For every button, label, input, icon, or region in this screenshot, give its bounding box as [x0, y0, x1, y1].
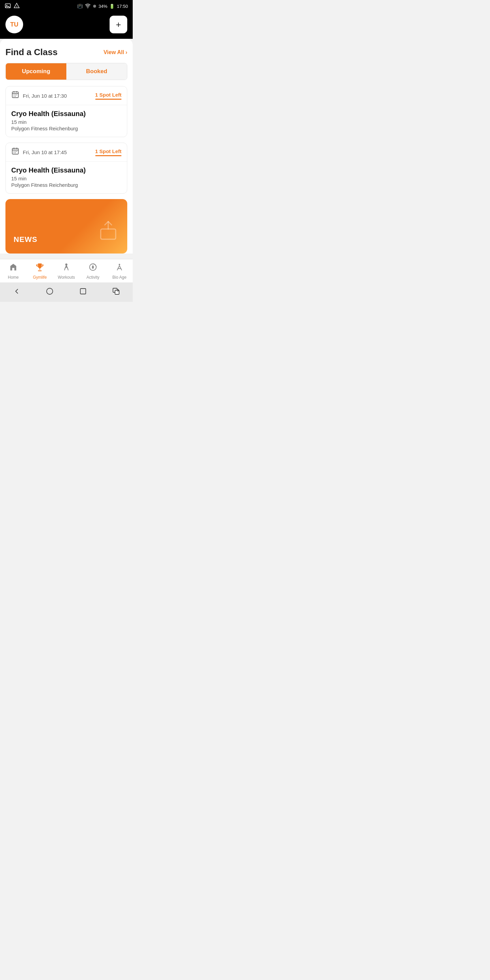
- back-button[interactable]: [13, 287, 21, 297]
- class-tabs: Upcoming Booked: [5, 63, 127, 80]
- view-all-link[interactable]: View All ›: [103, 49, 127, 56]
- spots-left-1: 1 Spot Left: [95, 92, 122, 100]
- nav-label-bioage: Bio Age: [112, 275, 126, 280]
- class-location-1: Polygon Fitness Reichenburg: [11, 126, 121, 131]
- svg-point-26: [119, 264, 120, 265]
- nav-label-workouts: Workouts: [58, 275, 75, 280]
- nav-label-activity: Activity: [86, 275, 99, 280]
- nav-item-bioage[interactable]: Bio Age: [109, 263, 130, 280]
- home-icon: [9, 263, 18, 274]
- top-bar: TU +: [0, 12, 133, 39]
- date-text-2: Fri, Jun 10 at 17:45: [23, 150, 67, 155]
- trophy-icon: [35, 263, 44, 274]
- card-date-2: Fri, Jun 10 at 17:45: [11, 147, 67, 157]
- image-icon: [5, 3, 11, 10]
- recents-button[interactable]: [79, 287, 87, 297]
- switch-button[interactable]: [112, 287, 120, 297]
- home-button[interactable]: [46, 287, 54, 297]
- tab-upcoming[interactable]: Upcoming: [6, 63, 66, 80]
- nav-item-activity[interactable]: Activity: [83, 263, 103, 280]
- section-title: Find a Class: [5, 47, 57, 57]
- class-card-2[interactable]: Fri, Jun 10 at 17:45 1 Spot Left Cryo He…: [5, 143, 127, 194]
- card-body-2: Cryo Health (Eissauna) 15 min Polygon Fi…: [6, 162, 127, 193]
- nav-item-workouts[interactable]: Workouts: [56, 263, 76, 280]
- calendar-icon-2: [11, 147, 19, 157]
- calendar-icon-1: [11, 91, 19, 101]
- nav-item-gymlife[interactable]: Gymlife: [30, 263, 50, 280]
- class-name-2: Cryo Health (Eissauna): [11, 166, 121, 174]
- news-label: NEWS: [14, 235, 37, 244]
- battery-x-icon: ⊗: [93, 4, 96, 8]
- battery-icon: 🔋: [109, 4, 115, 9]
- main-content: Find a Class View All › Upcoming Booked: [0, 39, 133, 253]
- activity-icon: [89, 263, 97, 274]
- spots-underline-1: [95, 99, 122, 100]
- user-avatar[interactable]: TU: [5, 16, 23, 33]
- add-button[interactable]: +: [110, 16, 127, 33]
- tab-booked[interactable]: Booked: [66, 63, 127, 80]
- svg-text:!: !: [16, 5, 18, 8]
- class-name-1: Cryo Health (Eissauna): [11, 110, 121, 118]
- battery-percent: 34%: [98, 4, 107, 9]
- svg-marker-25: [92, 266, 94, 269]
- time-display: 17:50: [117, 4, 128, 9]
- class-duration-2: 15 min: [11, 176, 121, 181]
- spots-left-2: 1 Spot Left: [95, 148, 122, 156]
- nav-label-home: Home: [8, 275, 19, 280]
- class-card-1[interactable]: Fri, Jun 10 at 17:30 1 Spot Left Cryo He…: [5, 86, 127, 137]
- class-location-2: Polygon Fitness Reichenburg: [11, 182, 121, 188]
- card-header-1: Fri, Jun 10 at 17:30 1 Spot Left: [6, 86, 127, 105]
- bottom-nav: Home Gymlife Workouts: [0, 259, 133, 282]
- svg-point-1: [6, 5, 8, 6]
- card-header-2: Fri, Jun 10 at 17:45 1 Spot Left: [6, 143, 127, 162]
- warning-icon: !: [14, 3, 20, 10]
- date-text-1: Fri, Jun 10 at 17:30: [23, 93, 67, 99]
- chevron-right-icon: ›: [126, 49, 127, 56]
- wifi-icon: [85, 3, 91, 9]
- card-body-1: Cryo Health (Eissauna) 15 min Polygon Fi…: [6, 105, 127, 137]
- status-left-icons: !: [5, 3, 20, 10]
- section-header: Find a Class View All ›: [5, 47, 127, 57]
- workout-icon: [62, 263, 71, 274]
- svg-point-27: [47, 288, 53, 294]
- news-banner[interactable]: NEWS: [5, 199, 127, 253]
- bioage-icon: [115, 263, 124, 274]
- nav-label-gymlife: Gymlife: [33, 275, 47, 280]
- status-right-info: 📳 ⊗ 34% 🔋 17:50: [77, 3, 128, 9]
- spots-underline-2: [95, 155, 122, 156]
- nav-item-home[interactable]: Home: [3, 263, 24, 280]
- svg-rect-22: [101, 229, 116, 239]
- class-duration-1: 15 min: [11, 119, 121, 125]
- status-bar: ! 📳 ⊗ 34% 🔋 17:50: [0, 0, 133, 12]
- share-icon: [97, 220, 119, 244]
- svg-point-3: [88, 7, 88, 8]
- svg-rect-28: [80, 288, 86, 294]
- system-nav: [0, 282, 133, 302]
- vibrate-icon: 📳: [77, 4, 83, 9]
- card-date-1: Fri, Jun 10 at 17:30: [11, 91, 67, 101]
